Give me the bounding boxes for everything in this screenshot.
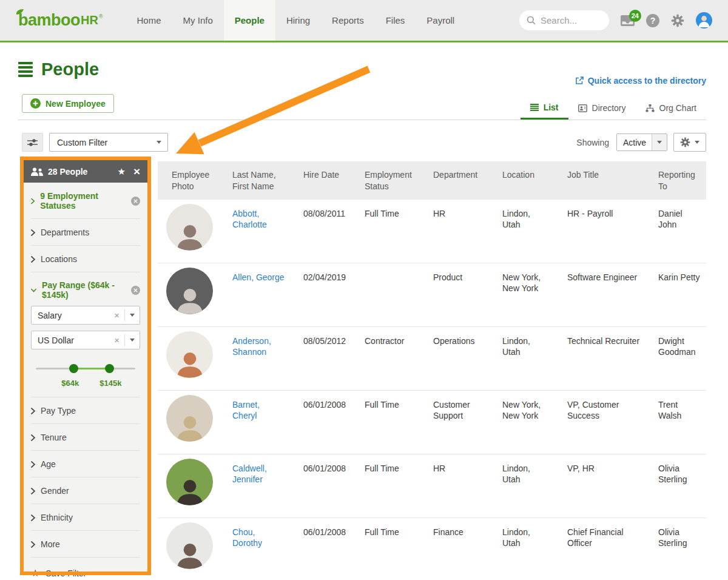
filter-toggle-button[interactable] [22,133,43,152]
pay-range-header[interactable]: Pay Range ($64k - $145k) [31,280,140,300]
clear-value-icon[interactable]: × [109,310,124,320]
filter-panel: 28 People ★ × 9 Employment Statuses Depa… [24,160,147,572]
employee-name-link[interactable]: Chou, Dorothy [218,518,289,580]
chevron-down-icon [31,288,36,292]
department-cell: HR [419,200,488,263]
nav-item-files[interactable]: Files [375,0,416,41]
nav-item-people[interactable]: People [224,0,275,41]
reporting-to-cell: Olivia Sterling [644,454,706,518]
nav-item-my-info[interactable]: My Info [172,0,224,41]
column-header[interactable]: Location [488,167,553,192]
employment-status-cell [351,263,419,326]
employee-photo[interactable] [166,204,213,251]
filter-section-ethnicity[interactable]: Ethnicity [24,504,147,530]
dropdown-caret [125,339,140,342]
reporting-to-cell: Karin Petty [644,263,706,326]
bamboohr-logo[interactable]: bambooHR® [18,0,103,41]
tab-list[interactable]: List [521,96,568,120]
employee-photo[interactable] [166,395,213,442]
employee-name-link[interactable]: Abbott, Charlotte [218,200,289,263]
clear-value-icon[interactable]: × [109,335,124,345]
question-icon: ? [650,16,656,25]
employment-status-cell: Full Time [351,454,419,518]
filter-section-tenure[interactable]: Tenure [24,424,147,450]
new-employee-label: New Employee [46,99,106,109]
filter-section-pay-type[interactable]: Pay Type [24,397,147,423]
pay-type-value: Salary [38,311,62,320]
close-panel-icon[interactable]: × [133,166,140,177]
employee-name-link[interactable]: Allen, George [218,263,289,326]
department-cell: Customer Support [419,391,488,454]
filter-bar: Custom Filter Showing Active [22,133,706,152]
search-input[interactable] [541,15,602,25]
employee-name-link[interactable]: Anderson, Shannon [218,327,289,390]
department-cell: Operations [419,327,488,390]
clear-filter-icon[interactable] [131,286,140,295]
column-header[interactable]: Reporting To [644,167,706,192]
table-row: Anderson, Shannon 08/05/2012 Contractor … [158,327,706,391]
filter-section-more[interactable]: More [24,531,147,557]
showing-dropdown[interactable]: Active [616,133,667,151]
filter-section-age[interactable]: Age [24,451,147,477]
slider-min-label: $64k [61,379,79,388]
pay-type-dropdown[interactable]: Salary × [31,306,140,325]
hire-date-cell: 02/04/2019 [289,263,351,326]
filter-section-gender[interactable]: Gender [24,477,147,504]
chevron-right-icon [31,514,35,521]
department-cell: Finance [419,518,488,580]
column-header[interactable]: Last Name, First Name [218,167,289,192]
nav-item-payroll[interactable]: Payroll [416,0,465,41]
employee-table: Employee Photo Last Name, First Name Hir… [158,161,706,580]
tab-org-chart[interactable]: Org Chart [636,96,706,120]
clear-filter-icon[interactable] [131,197,140,206]
nav-item-reports[interactable]: Reports [321,0,375,41]
tab-directory[interactable]: Directory [568,96,636,120]
column-header[interactable]: Employee Photo [158,167,218,192]
filter-section-departments[interactable]: Departments [24,219,147,245]
table-row: Abbott, Charlotte 08/08/2011 Full Time H… [158,200,706,263]
hire-date-cell: 06/01/2008 [289,518,351,580]
section-label: Pay Type [41,406,76,416]
people-menu-icon[interactable] [18,62,33,77]
avatar-icon [696,12,712,29]
nav-item-home[interactable]: Home [126,0,172,41]
employee-name-link[interactable]: Caldwell, Jennifer [218,454,289,518]
section-label: Tenure [41,433,67,442]
column-header[interactable]: Hire Date [289,167,351,192]
bamboo-leaf-icon [16,7,24,18]
filter-section-locations[interactable]: Locations [24,246,147,272]
quick-access-directory-link[interactable]: Quick access to the directory [575,76,706,86]
section-label: 9 Employment Statuses [40,191,126,211]
slider-handle-max[interactable] [105,364,114,373]
filter-section-employment-statuses[interactable]: 9 Employment Statuses [24,183,147,218]
user-avatar[interactable] [696,12,712,29]
inbox-button[interactable]: 24 [621,15,635,26]
help-button[interactable]: ? [646,14,659,27]
tabs-divider [18,120,706,120]
employee-photo[interactable] [166,268,213,314]
new-employee-button[interactable]: New Employee [22,94,114,113]
table-settings-dropdown[interactable] [673,133,706,152]
currency-dropdown[interactable]: US Dollar × [31,331,140,349]
column-header[interactable]: Job Title [553,167,644,192]
nav-item-hiring[interactable]: Hiring [275,0,321,41]
employee-photo[interactable] [166,331,213,378]
pay-range-slider[interactable] [36,364,135,373]
column-header[interactable]: Employment Status [351,167,419,192]
slider-selected-range [73,368,109,369]
filter-panel-header: 28 People ★ × [24,160,147,183]
save-filter-button[interactable]: ★ Save Filter [31,565,140,580]
employee-photo[interactable] [166,522,213,569]
hire-date-cell: 08/05/2012 [289,327,351,390]
global-search[interactable] [519,10,609,30]
slider-handle-min[interactable] [69,364,78,373]
employee-name-link[interactable]: Barnet, Cheryl [218,391,289,454]
location-cell: Lindon, Utah [488,518,553,580]
plus-circle-icon [30,98,41,109]
location-cell: New York, New York [488,263,553,326]
column-header[interactable]: Department [419,167,488,192]
settings-button[interactable] [671,14,684,27]
favorite-filter-icon[interactable]: ★ [117,167,125,176]
custom-filter-dropdown[interactable]: Custom Filter [49,133,168,152]
employee-photo[interactable] [166,459,213,505]
